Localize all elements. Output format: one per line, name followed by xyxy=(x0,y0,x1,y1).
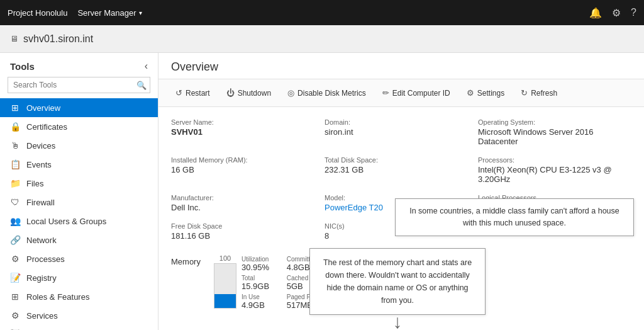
gear-icon[interactable]: ⚙ xyxy=(612,7,621,19)
memory-bar-outer xyxy=(214,263,236,309)
sidebar-item-processes[interactable]: ⚙ Processes xyxy=(0,249,158,268)
total-stat: Total 15.9GB xyxy=(242,275,274,291)
sidebar-item-network[interactable]: 🔗 Network xyxy=(0,230,158,249)
topbar-left: Project Honolulu Server Manager ▾ xyxy=(8,8,142,18)
sidebar-icon-certificates: 🔒 xyxy=(10,122,20,132)
sidebar-header: Tools ‹ xyxy=(0,53,158,77)
server-title: svhv01.siron.int xyxy=(23,33,93,45)
free-disk-value: 181.16 GB xyxy=(171,231,312,241)
refresh-icon: ↻ xyxy=(521,88,528,98)
sidebar-icon-processes: ⚙ xyxy=(10,254,20,264)
content-area: Overview ↺ Restart ⏻ Shutdown ◎ Disable … xyxy=(158,53,644,330)
sidebar-label-processes: Processes xyxy=(26,254,65,264)
edit-computer-button[interactable]: ✏ Edit Computer ID xyxy=(375,84,457,101)
ram-label: Installed Memory (RAM): xyxy=(171,156,312,164)
sidebar-item-local-users[interactable]: 👥 Local Users & Groups xyxy=(0,212,158,230)
manufacturer-cell: Manufacturer: Dell Inc. xyxy=(171,190,325,219)
main-layout: Tools ‹ 🔍 ⊞ Overview 🔒 Certificates 🖱 De… xyxy=(0,53,644,330)
sidebar-icon-devices: 🖱 xyxy=(10,140,20,151)
in-use-label: In Use xyxy=(242,293,274,300)
sidebar-item-devices[interactable]: 🖱 Devices xyxy=(0,136,158,155)
disk-total-value: 232.31 GB xyxy=(325,165,465,174)
sidebar-collapse-button[interactable]: ‹ xyxy=(145,60,148,72)
edit-icon: ✏ xyxy=(382,88,389,98)
sidebar-icon-files: 📁 xyxy=(10,178,20,188)
domain-value: siron.int xyxy=(325,127,465,137)
sidebar-icon-local-users: 👥 xyxy=(10,216,20,226)
sidebar-label-roles-features: Roles & Features xyxy=(26,292,89,302)
sidebar-icon-network: 🔗 xyxy=(10,235,20,245)
server-manager-menu[interactable]: Server Manager ▾ xyxy=(77,8,142,18)
ram-value: 16 GB xyxy=(171,165,312,174)
sidebar: Tools ‹ 🔍 ⊞ Overview 🔒 Certificates 🖱 De… xyxy=(0,53,158,330)
brand-label: Project Honolulu xyxy=(8,8,67,18)
memory-content: 100 Utilization 30.95% Committed xyxy=(214,254,319,310)
sidebar-item-services[interactable]: ⚙ Services xyxy=(0,306,158,325)
shutdown-button[interactable]: ⏻ Shutdown xyxy=(219,84,278,101)
bell-icon[interactable]: 🔔 xyxy=(589,7,602,19)
sidebar-item-events[interactable]: 📋 Events xyxy=(0,155,158,174)
sidebar-label-services: Services xyxy=(26,311,58,321)
sidebar-label-network: Network xyxy=(26,236,57,245)
processors-label: Processors: xyxy=(478,156,619,164)
manufacturer-label: Manufacturer: xyxy=(171,194,312,202)
free-disk-cell: Free Disk Space 181.16 GB xyxy=(171,219,325,247)
sidebar-icon-overview: ⊞ xyxy=(10,103,20,113)
settings-button[interactable]: ⚙ Settings xyxy=(460,84,511,101)
settings-icon: ⚙ xyxy=(467,88,474,98)
memory-title: Memory xyxy=(171,254,209,266)
domain-cell: Domain: siron.int xyxy=(325,115,478,152)
server-name-label: Server Name: xyxy=(171,118,312,126)
search-icon: 🔍 xyxy=(136,81,147,90)
os-label: Operating System: xyxy=(478,118,619,126)
sidebar-label-firewall: Firewall xyxy=(26,198,55,207)
settings-label: Settings xyxy=(477,89,504,98)
in-use-stat: In Use 4.9GB xyxy=(242,293,274,310)
disable-disk-button[interactable]: ◎ Disable Disk Metrics xyxy=(280,84,373,101)
tooltip-unused-space: In some countries, a middle class family… xyxy=(395,198,634,236)
sidebar-item-roles-features[interactable]: ⊞ Roles & Features xyxy=(0,287,158,306)
memory-bar-fill xyxy=(214,294,236,308)
edit-computer-label: Edit Computer ID xyxy=(392,89,450,98)
overview-header: Overview xyxy=(158,53,644,79)
sidebar-title: Tools xyxy=(10,61,35,72)
in-use-value: 4.9GB xyxy=(242,300,274,310)
os-value: Microsoft Windows Server 2016 Datacenter xyxy=(478,127,619,146)
ram-cell: Installed Memory (RAM): 16 GB xyxy=(171,152,325,190)
sidebar-label-certificates: Certificates xyxy=(26,122,67,132)
sidebar-item-firewall[interactable]: 🛡 Firewall xyxy=(0,193,158,212)
sidebar-icon-firewall: 🛡 xyxy=(10,197,20,207)
processors-value: Intel(R) Xeon(R) CPU E3-1225 v3 @ 3.20GH… xyxy=(478,165,619,184)
memory-section: Memory 100 Utilization 30.95% xyxy=(171,254,631,310)
sidebar-item-overview[interactable]: ⊞ Overview xyxy=(0,98,158,117)
shutdown-label: Shutdown xyxy=(238,89,271,98)
dropdown-arrow-icon: ▾ xyxy=(139,9,142,16)
refresh-button[interactable]: ↻ Refresh xyxy=(514,84,564,101)
memory-bar-wrapper: 100 xyxy=(214,254,236,309)
overview-title: Overview xyxy=(171,60,218,73)
os-cell: Operating System: Microsoft Windows Serv… xyxy=(478,115,631,152)
restart-icon: ↺ xyxy=(175,88,182,98)
restart-button[interactable]: ↺ Restart xyxy=(169,84,217,101)
sidebar-nav: ⊞ Overview 🔒 Certificates 🖱 Devices 📋 Ev… xyxy=(0,98,158,330)
search-input[interactable] xyxy=(8,77,150,93)
tooltip-memory-chart: The rest of the memory chart and stats a… xyxy=(309,248,486,330)
memory-bar-top-label: 100 xyxy=(219,254,231,262)
info-section: Server Name: SVHV01 Domain: siron.int Op… xyxy=(158,107,644,330)
refresh-label: Refresh xyxy=(531,89,557,98)
shutdown-icon: ⏻ xyxy=(226,88,235,98)
tooltip-memory-text: The rest of the memory chart and stats a… xyxy=(323,258,472,305)
sidebar-label-overview: Overview xyxy=(26,103,60,113)
sidebar-item-certificates[interactable]: 🔒 Certificates xyxy=(0,117,158,136)
sidebar-item-storage[interactable]: 💾 Storage xyxy=(0,325,158,330)
sidebar-icon-events: 📋 xyxy=(10,159,20,169)
disk-total-cell: Total Disk Space: 232.31 GB xyxy=(325,152,478,190)
disk-icon: ◎ xyxy=(287,88,294,98)
sidebar-icon-registry: 📝 xyxy=(10,273,20,283)
sidebar-item-registry[interactable]: 📝 Registry xyxy=(0,268,158,287)
help-icon[interactable]: ? xyxy=(631,7,636,18)
sidebar-item-files[interactable]: 📁 Files xyxy=(0,174,158,193)
total-value: 15.9GB xyxy=(242,282,274,291)
sidebar-label-devices: Devices xyxy=(26,141,55,151)
topbar: Project Honolulu Server Manager ▾ 🔔 ⚙ ? xyxy=(0,0,644,25)
